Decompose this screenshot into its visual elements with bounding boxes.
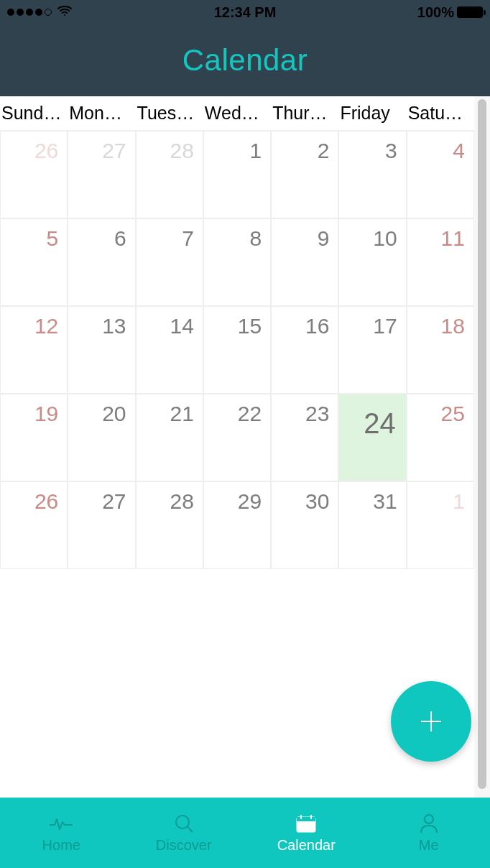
- day-cell[interactable]: 1: [203, 131, 271, 218]
- day-number: 5: [47, 226, 59, 251]
- day-cell[interactable]: 13: [68, 306, 135, 394]
- day-number: 27: [102, 139, 126, 163]
- day-number: 23: [305, 402, 329, 426]
- weekday-label: Satu…: [407, 103, 474, 124]
- day-number: 13: [102, 314, 126, 338]
- day-cell[interactable]: 26: [0, 131, 68, 218]
- day-number: 25: [441, 402, 465, 426]
- plus-icon: [417, 707, 445, 736]
- day-cell[interactable]: 27: [68, 131, 135, 218]
- day-number: 1: [453, 489, 465, 514]
- person-icon: [417, 813, 441, 834]
- day-number: 10: [373, 226, 397, 251]
- weekday-label: Wed…: [203, 103, 271, 124]
- add-event-button[interactable]: [391, 681, 471, 762]
- signal-dots-icon: [7, 9, 52, 16]
- day-number: 24: [364, 407, 396, 440]
- day-cell[interactable]: 12: [0, 306, 68, 394]
- day-number: 4: [453, 139, 465, 163]
- day-number: 17: [373, 314, 397, 338]
- weekday-label: Friday: [338, 103, 406, 124]
- day-number: 20: [102, 402, 126, 426]
- day-cell[interactable]: 27: [68, 481, 135, 569]
- svg-rect-5: [297, 817, 315, 821]
- day-number: 28: [170, 489, 193, 514]
- weekday-label: Mon…: [68, 103, 135, 124]
- page-title: Calendar: [182, 43, 308, 78]
- day-cell[interactable]: 22: [203, 394, 271, 481]
- day-cell[interactable]: 16: [271, 306, 338, 394]
- day-number: 11: [441, 226, 465, 251]
- day-number: 27: [102, 489, 126, 514]
- day-number: 31: [373, 489, 397, 514]
- search-icon: [172, 813, 196, 834]
- day-cell[interactable]: 25: [407, 394, 474, 481]
- day-number: 26: [34, 139, 58, 163]
- nav-label: Calendar: [277, 837, 336, 854]
- nav-label: Me: [419, 837, 439, 854]
- day-cell[interactable]: 11: [407, 218, 474, 306]
- status-bar: 12:34 PM 100%: [0, 0, 490, 24]
- nav-label: Discover: [156, 837, 212, 854]
- day-cell[interactable]: 14: [136, 306, 203, 394]
- nav-home[interactable]: Home: [0, 813, 123, 854]
- battery-percent: 100%: [417, 4, 454, 21]
- day-cell[interactable]: 8: [203, 218, 271, 306]
- day-cell[interactable]: 10: [338, 218, 406, 306]
- status-battery: 100%: [417, 4, 483, 21]
- day-cell[interactable]: 31: [338, 481, 406, 569]
- day-cell[interactable]: 7: [136, 218, 203, 306]
- day-cell[interactable]: 24: [338, 394, 406, 481]
- day-cell[interactable]: 6: [68, 218, 135, 306]
- day-cell[interactable]: 4: [407, 131, 474, 218]
- day-cell[interactable]: 17: [338, 306, 406, 394]
- scrollbar-thumb[interactable]: [478, 99, 486, 789]
- day-cell[interactable]: 23: [271, 394, 338, 481]
- day-number: 7: [182, 226, 194, 251]
- svg-point-2: [176, 816, 189, 828]
- nav-me[interactable]: Me: [368, 813, 491, 854]
- wifi-icon: [57, 5, 72, 20]
- day-number: 9: [318, 226, 330, 251]
- nav-discover[interactable]: Discover: [123, 813, 246, 854]
- day-number: 1: [249, 139, 262, 163]
- day-number: 26: [34, 489, 58, 514]
- day-number: 19: [34, 402, 58, 426]
- day-number: 3: [385, 139, 397, 163]
- scrollbar[interactable]: [474, 96, 490, 798]
- day-number: 2: [318, 139, 330, 163]
- day-cell[interactable]: 29: [203, 481, 271, 569]
- day-number: 21: [170, 402, 193, 426]
- day-cell[interactable]: 3: [338, 131, 406, 218]
- calendar-icon: [294, 813, 318, 834]
- day-cell[interactable]: 1: [407, 481, 474, 569]
- day-number: 15: [238, 314, 262, 338]
- weekday-label: Tues…: [136, 103, 203, 124]
- header: Calendar: [0, 24, 490, 96]
- day-cell[interactable]: 21: [136, 394, 203, 481]
- day-number: 12: [34, 314, 58, 338]
- day-cell[interactable]: 28: [136, 131, 203, 218]
- day-number: 8: [249, 226, 262, 251]
- nav-calendar[interactable]: Calendar: [245, 813, 368, 854]
- day-cell[interactable]: 26: [0, 481, 68, 569]
- calendar-grid: 2627281234567891011121314151617181920212…: [0, 131, 474, 569]
- weekday-label: Sund…: [0, 103, 68, 124]
- day-cell[interactable]: 2: [271, 131, 338, 218]
- svg-line-3: [188, 827, 193, 832]
- day-number: 29: [238, 489, 262, 514]
- day-cell[interactable]: 28: [136, 481, 203, 569]
- day-cell[interactable]: 30: [271, 481, 338, 569]
- day-number: 16: [305, 314, 329, 338]
- status-left: [7, 5, 72, 20]
- day-cell[interactable]: 20: [68, 394, 135, 481]
- weekday-label: Thur…: [271, 103, 338, 124]
- weekday-header: Sund… Mon… Tues… Wed… Thur… Friday Satu…: [0, 96, 474, 131]
- day-cell[interactable]: 5: [0, 218, 68, 306]
- day-cell[interactable]: 15: [203, 306, 271, 394]
- svg-point-8: [425, 815, 433, 823]
- day-cell[interactable]: 18: [407, 306, 474, 394]
- battery-icon: [457, 6, 483, 18]
- day-cell[interactable]: 19: [0, 394, 68, 481]
- day-cell[interactable]: 9: [271, 218, 338, 306]
